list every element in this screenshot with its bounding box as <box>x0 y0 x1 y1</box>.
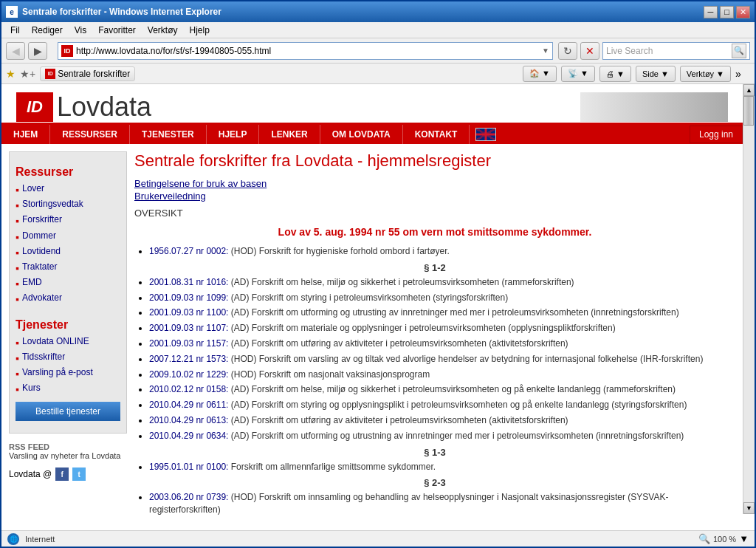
favorites-item[interactable]: ID Sentrale forskrifter <box>40 66 135 81</box>
scrollbar-track[interactable] <box>743 96 755 502</box>
toolbar-more-button[interactable]: » <box>735 68 750 80</box>
brukerveiledning-link[interactable]: Brukerveiledning <box>134 191 735 202</box>
law-ref-link[interactable]: 2007.12.21 nr 1573: <box>149 354 228 364</box>
refresh-button[interactable]: ↻ <box>558 42 577 60</box>
scrollbar-thumb[interactable] <box>743 96 754 126</box>
live-search-box[interactable]: Live Search 🔍 <box>602 42 750 60</box>
law-text: (AD) Forskrift om utføring av aktivitete… <box>231 415 568 425</box>
dommer-link[interactable]: Dommer <box>22 230 56 241</box>
rss-label: RSS FEED <box>9 442 127 451</box>
tools-button[interactable]: Verktøy ▼ <box>680 66 731 82</box>
fav-favicon: ID <box>45 69 55 79</box>
traktater-link[interactable]: Traktater <box>22 261 58 272</box>
scroll-down-button[interactable]: ▼ <box>743 502 755 514</box>
menu-hjelp[interactable]: Hjelp <box>184 24 216 37</box>
law-ref-link[interactable]: 2003.06.20 nr 0739: <box>149 492 228 502</box>
law-ref-link[interactable]: 2001.09.03 nr 1157: <box>149 338 228 349</box>
home-button[interactable]: 🏠 ▼ <box>523 66 557 82</box>
emd-link[interactable]: EMD <box>22 277 42 287</box>
scroll-up-button[interactable]: ▲ <box>743 84 755 96</box>
close-button[interactable]: ✕ <box>736 6 750 18</box>
law-ref-link[interactable]: 2001.09.03 nr 1107: <box>149 323 228 333</box>
menu-fil[interactable]: Fil <box>4 24 26 37</box>
online-link[interactable]: Lovdata ONLINE <box>22 336 89 346</box>
law-ref-link[interactable]: 2001.09.03 nr 1099: <box>149 292 228 303</box>
lovtidend-link[interactable]: Lovtidend <box>22 246 61 256</box>
stop-button[interactable]: ✕ <box>580 42 599 60</box>
forskrifter-link[interactable]: Forskrifter <box>22 214 62 225</box>
minimize-button[interactable]: ─ <box>704 6 718 18</box>
tidsskrifter-link[interactable]: Tidsskrifter <box>22 352 65 362</box>
rss-button[interactable]: 📡 ▼ <box>561 66 595 82</box>
law-ref-link[interactable]: 2001.09.03 nr 1100: <box>149 307 228 318</box>
add-favorites-icon[interactable]: ★+ <box>20 68 35 80</box>
sidebar: Ressurser ▪ Lover ▪ Stortingsvedtak ▪ Fo… <box>9 151 127 519</box>
language-flag[interactable] <box>470 125 502 144</box>
page-label: Side <box>642 69 659 78</box>
sidebar-item-forskrifter[interactable]: ▪ Forskrifter <box>16 214 120 227</box>
sidebar-item-tidsskrifter[interactable]: ▪ Tidsskrifter <box>16 352 120 365</box>
forward-button[interactable]: ▶ <box>28 42 47 60</box>
law-text: (HOD) Forskrift om nasjonalt vaksinasjon… <box>231 369 430 380</box>
nav-ressurser[interactable]: RESSURSER <box>50 125 130 144</box>
facebook-icon[interactable]: f <box>55 467 69 481</box>
twitter-icon[interactable]: t <box>72 467 86 481</box>
nav-om[interactable]: OM LOVDATA <box>320 125 403 144</box>
law-ref-link[interactable]: 2010.02.12 nr 0158: <box>149 384 228 394</box>
sidebar-item-traktater[interactable]: ▪ Traktater <box>16 261 120 275</box>
nav-hjem[interactable]: HJEM <box>1 125 50 144</box>
sidebar-item-lover[interactable]: ▪ Lover <box>16 183 120 196</box>
menu-favoritter[interactable]: Favoritter <box>92 24 142 37</box>
favicon: ID <box>61 45 73 57</box>
sidebar-item-varsling[interactable]: ▪ Varsling på e-post <box>16 367 120 380</box>
betingelsene-link[interactable]: Betingelsene for bruk av basen <box>134 178 735 189</box>
zoom-area[interactable]: 🔍 100 % ▼ <box>698 533 749 544</box>
browser-toolbar: ◀ ▶ ID http://www.lovdata.no/for/sf/sf-1… <box>1 38 755 64</box>
sidebar-item-dommer[interactable]: ▪ Dommer <box>16 230 120 244</box>
stortingsvedtak-link[interactable]: Stortingsvedtak <box>22 199 83 209</box>
law-ref-link[interactable]: 1995.01.01 nr 0100: <box>149 462 228 472</box>
law-ref-link[interactable]: 2009.10.02 nr 1229: <box>149 369 228 380</box>
nav-tjenester[interactable]: TJENESTER <box>130 125 207 144</box>
sidebar-item-advokater[interactable]: ▪ Advokater <box>16 292 120 306</box>
sidebar-item-online[interactable]: ▪ Lovdata ONLINE <box>16 336 120 349</box>
sidebar-item-stortingsvedtak[interactable]: ▪ Stortingsvedtak <box>16 199 120 212</box>
nav-hjelp[interactable]: HJELP <box>207 125 260 144</box>
login-button[interactable]: Logg inn <box>690 126 743 143</box>
sidebar-item-kurs[interactable]: ▪ Kurs <box>16 383 120 396</box>
nav-lenker[interactable]: LENKER <box>259 125 320 144</box>
law-ref-link[interactable]: 1956.07.27 nr 0002: <box>149 246 228 256</box>
scrollbar[interactable]: ▲ ▼ <box>743 84 755 514</box>
menu-verktoy[interactable]: Verktøy <box>142 24 184 37</box>
print-button[interactable]: 🖨 ▼ <box>599 66 631 82</box>
address-bar[interactable]: ID http://www.lovdata.no/for/sf/sf-19940… <box>58 42 553 60</box>
lover-link[interactable]: Lover <box>22 183 44 193</box>
window-controls[interactable]: ─ □ ✕ <box>704 6 750 18</box>
url-text: http://www.lovdata.no/for/sf/sf-19940805… <box>76 46 542 56</box>
back-button[interactable]: ◀ <box>6 42 25 60</box>
law-ref-link[interactable]: 2010.04.29 nr 0634: <box>149 431 228 441</box>
law-ref-link[interactable]: 2010.04.29 nr 0611: <box>149 400 228 410</box>
order-services-button[interactable]: Bestille tjenester <box>16 402 120 421</box>
login-label[interactable]: Logg inn <box>690 126 743 143</box>
sidebar-item-lovtidend[interactable]: ▪ Lovtidend <box>16 246 120 259</box>
advokater-link[interactable]: Advokater <box>22 292 62 303</box>
maximize-button[interactable]: □ <box>720 6 734 18</box>
logo-text: Lovdata <box>57 92 151 123</box>
section-1-3: § 1-3 <box>134 447 735 458</box>
live-search-button[interactable]: 🔍 <box>732 44 746 58</box>
menu-rediger[interactable]: Rediger <box>26 24 69 37</box>
law-ref-link[interactable]: 2010.04.29 nr 0613: <box>149 415 228 425</box>
favorites-star-icon[interactable]: ★ <box>6 68 16 80</box>
menu-vis[interactable]: Vis <box>69 24 92 37</box>
law-text: (AD) Forskrift om utforming og utrusting… <box>231 307 679 318</box>
nav-kontakt[interactable]: KONTAKT <box>403 125 470 144</box>
address-dropdown-arrow[interactable]: ▼ <box>542 47 549 55</box>
varsling-link[interactable]: Varsling på e-post <box>22 367 93 377</box>
zoom-dropdown-arrow[interactable]: ▼ <box>739 533 749 544</box>
page-button[interactable]: Side ▼ <box>636 66 676 82</box>
law-ref-link[interactable]: 2001.08.31 nr 1016: <box>149 277 228 287</box>
sidebar-item-emd[interactable]: ▪ EMD <box>16 277 120 290</box>
kurs-link[interactable]: Kurs <box>22 383 41 393</box>
list-item: 2010.02.12 nr 0158: (AD) Forskrift om he… <box>149 383 735 396</box>
